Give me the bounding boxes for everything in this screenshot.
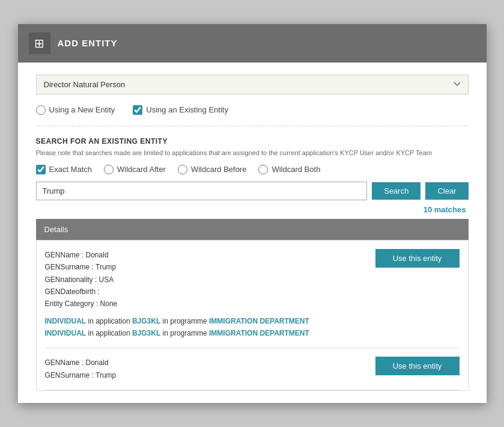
gen-nationality-1: GENnationality : USA bbox=[45, 274, 309, 286]
header-icon: ⊞ bbox=[29, 32, 50, 54]
wildcard-both-text: Wildcard Both bbox=[272, 165, 320, 174]
modal-body: Director Natural Person Director Legal P… bbox=[18, 63, 487, 404]
search-row: Search Clear bbox=[36, 182, 469, 200]
exact-match-label[interactable]: Exact Match bbox=[36, 165, 93, 174]
result-card-2: GENName : Donald GENSurname : Trump Use … bbox=[45, 348, 460, 390]
entity-type-wrapper: Director Natural Person Director Legal P… bbox=[36, 75, 469, 94]
app-code-link-1a[interactable]: BJG3KL bbox=[132, 317, 160, 325]
use-entity-button-2[interactable]: Use this entity bbox=[375, 357, 460, 375]
app-code-link-1b[interactable]: BJG3KL bbox=[132, 329, 160, 337]
divider-1 bbox=[36, 126, 469, 126]
add-entity-modal: ⊞ ADD ENTITY Director Natural Person Dir… bbox=[18, 24, 487, 404]
new-entity-label[interactable]: Using a New Entity bbox=[36, 105, 115, 115]
search-section-note: Please note that searches made are limit… bbox=[36, 149, 469, 156]
wildcard-after-label[interactable]: Wildcard After bbox=[104, 165, 166, 174]
clear-button[interactable]: Clear bbox=[425, 182, 468, 200]
search-section-title: SEARCH FOR AN EXISTING ENTITY bbox=[36, 137, 469, 146]
gen-surname-1: GENSurname : Trump bbox=[45, 261, 309, 273]
result-info-2: GENName : Donald GENSurname : Trump bbox=[45, 357, 117, 381]
entity-category-1: Entity Category : None bbox=[45, 298, 309, 310]
matches-count: 10 matches bbox=[36, 205, 469, 214]
search-button[interactable]: Search bbox=[372, 182, 421, 200]
wildcard-both-radio[interactable] bbox=[258, 165, 268, 174]
gen-name-1: GENName : Donald bbox=[45, 249, 309, 261]
result-info-1: GENName : Donald GENSurname : Trump GENn… bbox=[45, 249, 309, 340]
search-input[interactable] bbox=[36, 182, 368, 200]
app-link-row-1b: INDIVIDUAL in application BJG3KL in prog… bbox=[45, 327, 309, 339]
gen-dob-1: GENDateofbirth : bbox=[45, 286, 309, 298]
wildcard-before-label[interactable]: Wildcard Before bbox=[178, 165, 246, 174]
new-entity-text: Using a New Entity bbox=[49, 105, 115, 114]
new-entity-radio[interactable] bbox=[36, 105, 46, 115]
use-entity-button-1[interactable]: Use this entity bbox=[375, 249, 460, 268]
wildcard-after-text: Wildcard After bbox=[117, 165, 166, 174]
wildcard-before-radio[interactable] bbox=[178, 165, 187, 174]
search-options-group: Exact Match Wildcard After Wildcard Befo… bbox=[36, 165, 469, 174]
existing-entity-checkbox[interactable] bbox=[133, 105, 142, 115]
exact-match-text: Exact Match bbox=[49, 165, 93, 174]
wildcard-both-label[interactable]: Wildcard Both bbox=[258, 165, 320, 174]
wildcard-after-radio[interactable] bbox=[104, 165, 114, 174]
exact-match-checkbox[interactable] bbox=[36, 165, 46, 174]
modal-header: ⊞ ADD ENTITY bbox=[18, 24, 487, 63]
entity-type-select[interactable]: Director Natural Person Director Legal P… bbox=[36, 75, 469, 94]
entity-mode-group: Using a New Entity Using an Existing Ent… bbox=[36, 105, 469, 115]
gen-name-2: GENName : Donald bbox=[45, 357, 117, 369]
details-header: Details bbox=[36, 219, 469, 240]
wildcard-before-text: Wildcard Before bbox=[191, 165, 246, 174]
existing-entity-label[interactable]: Using an Existing Entity bbox=[133, 105, 228, 115]
search-section: SEARCH FOR AN EXISTING ENTITY Please not… bbox=[36, 137, 469, 392]
results-container: GENName : Donald GENSurname : Trump GENn… bbox=[36, 240, 469, 392]
gen-surname-2: GENSurname : Trump bbox=[45, 369, 117, 381]
app-link-row-1a: INDIVIDUAL in application BJG3KL in prog… bbox=[45, 315, 309, 327]
results-wrapper: Details GENName : Donald GENSurname : Tr… bbox=[36, 219, 469, 392]
existing-entity-text: Using an Existing Entity bbox=[146, 105, 228, 114]
modal-title: ADD ENTITY bbox=[58, 38, 118, 48]
result-card-1: GENName : Donald GENSurname : Trump GENn… bbox=[45, 241, 460, 349]
